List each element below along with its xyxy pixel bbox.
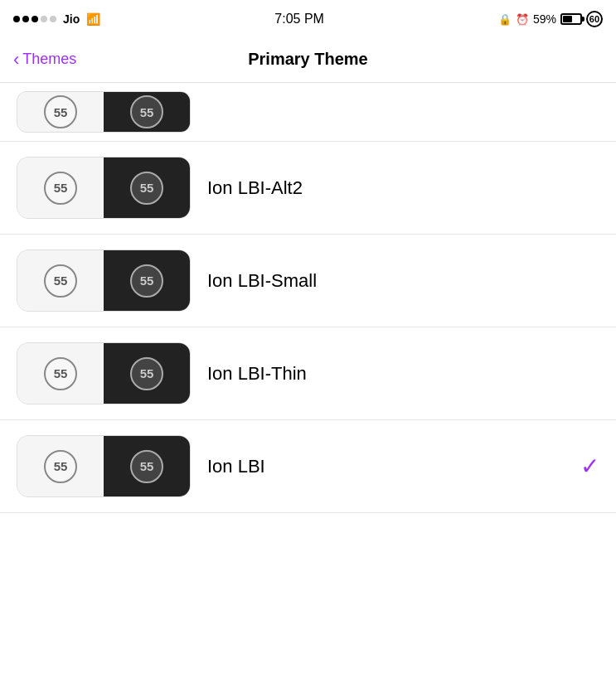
status-right: 🔒 ⏰ 59% 60: [498, 11, 603, 27]
page-title: Primary Theme: [88, 50, 528, 69]
preview-dark: 55: [104, 92, 190, 132]
lock-icon: 🔒: [498, 13, 512, 26]
theme-name-ion-lbi-alt2: Ion LBI-Alt2: [207, 177, 599, 199]
battery-icon: [560, 13, 582, 25]
list-item[interactable]: 55 55: [0, 83, 616, 142]
preview-light: 55: [17, 343, 104, 404]
theme-list: 55 55 55 55 Ion LBI-Alt2 55 55: [0, 83, 616, 673]
signal-dot-2: [22, 16, 29, 22]
status-time: 7:05 PM: [274, 12, 324, 27]
preview-dark: 55: [104, 343, 190, 404]
status-bar: Jio 📶 7:05 PM 🔒 ⏰ 59% 60: [0, 0, 616, 36]
badge-light: 55: [44, 95, 77, 128]
preview-light: 55: [17, 436, 104, 496]
theme-name-ion-lbi-small: Ion LBI-Small: [207, 270, 599, 292]
selected-checkmark-icon: ✓: [580, 453, 599, 480]
signal-dot-4: [41, 16, 47, 22]
badge-dark: 55: [130, 172, 163, 205]
battery-fill: [563, 16, 572, 22]
back-label: Themes: [22, 51, 76, 68]
alarm-icon: ⏰: [516, 13, 529, 26]
badge-light: 55: [44, 450, 77, 483]
list-item[interactable]: 55 55 Ion LBI-Thin: [0, 327, 616, 420]
badge-light: 55: [44, 172, 77, 205]
badge-60: 60: [586, 11, 603, 27]
list-item[interactable]: 55 55 Ion LBI ✓: [0, 420, 616, 513]
theme-name-ion-lbi: Ion LBI: [207, 456, 574, 477]
preview-light: 55: [17, 157, 104, 218]
badge-dark: 55: [130, 264, 163, 298]
badge-light: 55: [44, 264, 77, 298]
nav-bar: ‹ Themes Primary Theme: [0, 36, 616, 83]
badge-dark: 55: [130, 95, 163, 128]
carrier-label: Jio: [63, 12, 80, 26]
badge-light: 55: [44, 357, 77, 390]
preview-dark: 55: [104, 250, 190, 311]
theme-preview-ion-lbi-small: 55 55: [17, 249, 191, 312]
theme-preview-ion-lbi-alt2: 55 55: [17, 157, 191, 219]
status-left: Jio 📶: [13, 12, 100, 26]
signal-dot-3: [32, 16, 38, 22]
theme-preview-ion-lbi: 55 55: [17, 435, 191, 497]
preview-dark: 55: [104, 436, 190, 496]
signal-dot-1: [13, 16, 20, 22]
list-item[interactable]: 55 55 Ion LBI-Small: [0, 235, 616, 327]
back-chevron-icon: ‹: [13, 49, 19, 70]
theme-name-ion-lbi-thin: Ion LBI-Thin: [207, 363, 599, 385]
badge-dark: 55: [130, 450, 163, 483]
preview-light: 55: [17, 92, 104, 132]
preview-light: 55: [17, 250, 104, 311]
list-item[interactable]: 55 55 Ion LBI-Alt2: [0, 142, 616, 235]
theme-preview-ion-lbi-thin: 55 55: [17, 342, 191, 404]
badge-dark: 55: [130, 357, 163, 390]
signal-dot-5: [50, 16, 56, 22]
preview-dark: 55: [104, 157, 190, 218]
theme-preview-partial: 55 55: [17, 91, 191, 133]
wifi-icon: 📶: [86, 12, 100, 26]
signal-dots: [13, 16, 56, 22]
battery-percent: 59%: [533, 12, 556, 26]
back-button[interactable]: ‹ Themes: [13, 49, 88, 70]
